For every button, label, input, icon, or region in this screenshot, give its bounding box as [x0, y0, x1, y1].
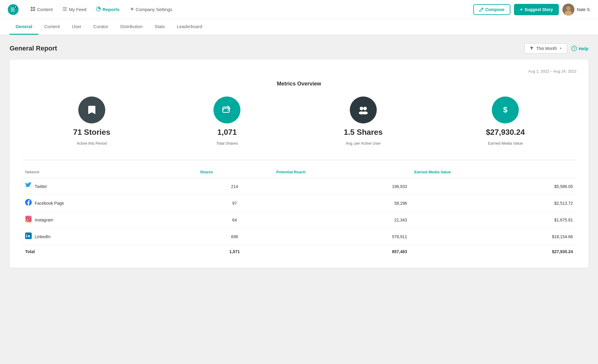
tab-stats[interactable]: Stats — [149, 19, 171, 35]
report-card: Aug 1, 2022 – Aug 24, 2022 Metrics Overv… — [10, 59, 588, 268]
avg-shares-value: 1.5 Shares — [344, 128, 383, 137]
emv-cell: $18,154.66 — [411, 228, 576, 245]
reports-icon — [96, 7, 101, 13]
chevron-down-icon — [559, 47, 562, 50]
main-content: General Report This Month ? Help Aug 1 — [0, 35, 598, 276]
tab-leaderboard[interactable]: Leaderboard — [171, 19, 208, 35]
users-icon — [357, 103, 370, 117]
svg-point-17 — [567, 7, 570, 10]
avatar — [562, 4, 574, 16]
reach-cell: 578,911 — [273, 228, 411, 245]
tabs-bar: General Content User Curator Distributio… — [0, 19, 598, 35]
total-shares-label: Total Shares — [216, 141, 238, 146]
network-table: Network Shares Potential Reach Earned Me… — [22, 167, 576, 258]
help-icon: ? — [571, 46, 577, 51]
tab-user[interactable]: User — [66, 19, 87, 35]
navbar: Content My Feed Reports Company Settings — [0, 0, 598, 19]
nav-reports[interactable]: Reports — [92, 4, 124, 15]
svg-point-24 — [362, 111, 368, 114]
svg-rect-3 — [11, 11, 15, 11]
network-name: Total — [25, 249, 35, 254]
svg-rect-6 — [31, 7, 33, 9]
avg-shares-icon-circle — [350, 97, 377, 123]
network-name: Instagram — [35, 218, 53, 222]
shares-cell: 1,071 — [196, 245, 273, 259]
facebook-icon — [25, 199, 32, 207]
metrics-overview-title: Metrics Overview — [22, 81, 576, 87]
emv-cell: $5,586.05 — [411, 178, 576, 195]
settings-icon — [129, 7, 134, 13]
metric-avg-shares: 1.5 Shares Avg. per Active User — [344, 97, 383, 146]
navbar-actions: Compose + Suggest Story Nate S. — [473, 4, 591, 16]
nav-content[interactable]: Content — [26, 4, 57, 15]
nav-my-feed[interactable]: My Feed — [58, 4, 91, 15]
svg-rect-11 — [63, 9, 67, 9]
nav-items: Content My Feed Reports Company Settings — [26, 4, 471, 15]
dollar-icon: $ — [499, 104, 511, 116]
content-icon — [30, 7, 35, 13]
col-shares: Shares — [196, 167, 273, 178]
media-value-value: $27,930.24 — [486, 128, 525, 137]
col-emv: Earned Media Value — [411, 167, 576, 178]
table-row: Twitter 214 198,933 $5,586.05 — [22, 178, 576, 195]
stories-label: Active this Period — [77, 141, 107, 146]
svg-rect-2 — [11, 9, 14, 10]
tab-general[interactable]: General — [10, 19, 38, 35]
table-row: Facebook Page 97 58,296 $2,513.72 — [22, 195, 576, 212]
table-row: LinkedIn 696 578,911 $18,154.66 — [22, 228, 576, 245]
svg-text:$: $ — [503, 105, 508, 114]
network-name-cell: Facebook Page — [22, 195, 196, 212]
emv-icon-circle: $ — [492, 97, 519, 123]
instagram-icon — [25, 216, 32, 224]
myfeed-icon — [62, 7, 67, 13]
reach-cell: 21,343 — [273, 212, 411, 228]
shares-cell: 696 — [196, 228, 273, 245]
avg-shares-label: Avg. per Active User — [346, 141, 381, 146]
metrics-grid: 71 Stories Active this Period 1,071 Tota… — [22, 97, 576, 146]
filter-button[interactable]: This Month — [524, 43, 567, 53]
page-title: General Report — [10, 45, 57, 52]
help-button[interactable]: ? Help — [571, 46, 588, 51]
svg-point-29 — [30, 217, 30, 218]
svg-text:?: ? — [573, 47, 575, 50]
svg-point-21 — [360, 107, 363, 110]
header-actions: This Month ? Help — [524, 43, 588, 53]
emv-cell: $1,675.81 — [411, 212, 576, 228]
svg-point-16 — [565, 11, 572, 16]
col-reach: Potential Reach — [273, 167, 411, 178]
tab-curator[interactable]: Curator — [87, 19, 114, 35]
emv-cell: $2,513.72 — [411, 195, 576, 212]
svg-point-22 — [363, 107, 367, 110]
reach-cell: 58,296 — [273, 195, 411, 212]
svg-rect-12 — [63, 10, 67, 11]
compose-button[interactable]: Compose — [473, 4, 510, 15]
tab-content[interactable]: Content — [38, 19, 66, 35]
twitter-icon — [25, 182, 32, 190]
user-name: Nate S. — [577, 7, 591, 12]
table-row: Instagram 64 21,343 $1,675.81 — [22, 212, 576, 228]
total-shares-value: 1,071 — [217, 128, 237, 137]
network-name-cell: Twitter — [22, 178, 196, 195]
svg-rect-5 — [15, 6, 16, 8]
svg-rect-8 — [31, 9, 33, 11]
filter-icon — [530, 46, 534, 51]
network-name-cell: Instagram — [22, 212, 196, 228]
col-network: Network — [22, 167, 196, 178]
network-name: Twitter — [35, 184, 47, 189]
network-name: LinkedIn — [35, 234, 51, 239]
bookmark-icon — [86, 104, 98, 116]
reach-cell: 857,483 — [273, 245, 411, 259]
nav-company-settings[interactable]: Company Settings — [125, 4, 177, 15]
shares-cell: 64 — [196, 212, 273, 228]
user-avatar-wrap[interactable]: Nate S. — [562, 4, 591, 16]
stories-icon-circle — [78, 97, 105, 123]
tab-distribution[interactable]: Distribution — [114, 19, 149, 35]
svg-rect-10 — [63, 7, 67, 8]
suggest-story-button[interactable]: + Suggest Story — [514, 4, 559, 15]
stories-value: 71 Stories — [73, 128, 110, 137]
metric-total-shares: 1,071 Total Shares — [213, 97, 240, 146]
compose-icon — [479, 7, 483, 12]
svg-rect-9 — [33, 9, 35, 11]
reach-cell: 198,933 — [273, 178, 411, 195]
plus-icon: + — [520, 7, 523, 12]
